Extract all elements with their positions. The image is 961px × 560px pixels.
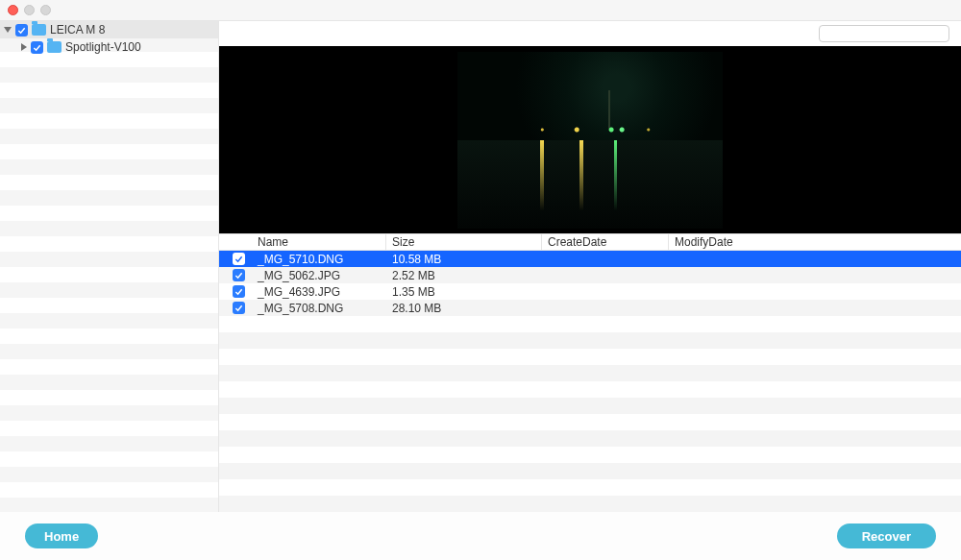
minimize-icon[interactable] [24, 5, 35, 15]
upper-pane: LEICA M 8 Spotlight-V100 [0, 21, 961, 512]
row-checkbox-cell [219, 269, 252, 281]
file-table: Name Size CreateDate ModifyDate _MG_5710… [219, 233, 961, 512]
row-name: _MG_4639.JPG [252, 285, 386, 299]
folder-icon [32, 24, 46, 36]
tree-item-label: Spotlight-V100 [65, 40, 141, 54]
table-row[interactable]: _MG_4639.JPG1.35 MB [219, 283, 961, 300]
checkbox[interactable] [233, 269, 245, 281]
row-name: _MG_5710.DNG [252, 253, 386, 266]
table-header: Name Size CreateDate ModifyDate [219, 233, 961, 251]
row-checkbox-cell [219, 302, 252, 314]
row-size: 28.10 MB [386, 302, 542, 315]
row-size: 1.35 MB [386, 285, 542, 299]
footer: Home Recover [0, 512, 961, 560]
row-checkbox-cell [219, 285, 252, 298]
checkbox[interactable] [233, 302, 245, 314]
tree-item-child[interactable]: Spotlight-V100 [0, 38, 218, 56]
tree-item-root[interactable]: LEICA M 8 [0, 21, 218, 38]
preview-image [457, 52, 723, 229]
row-name: _MG_5062.JPG [252, 269, 386, 282]
body: LEICA M 8 Spotlight-V100 [0, 21, 961, 560]
search-box[interactable] [819, 25, 949, 42]
close-icon[interactable] [8, 5, 18, 15]
toolbar [219, 21, 961, 46]
sidebar: LEICA M 8 Spotlight-V100 [0, 21, 219, 512]
row-checkbox-cell [219, 253, 252, 265]
recover-button[interactable]: Recover [837, 523, 936, 548]
checkbox[interactable] [233, 253, 245, 265]
row-size: 10.58 MB [386, 253, 542, 266]
col-size[interactable]: Size [386, 234, 542, 250]
checkbox[interactable] [233, 285, 245, 298]
checkbox[interactable] [15, 24, 28, 37]
col-name[interactable]: Name [252, 234, 386, 250]
col-create-date[interactable]: CreateDate [542, 234, 669, 250]
app-window: LEICA M 8 Spotlight-V100 [0, 0, 961, 560]
folder-icon [47, 41, 62, 53]
checkbox[interactable] [31, 41, 43, 54]
search-input[interactable] [827, 28, 960, 39]
table-row[interactable]: _MG_5708.DNG28.10 MB [219, 300, 961, 316]
table-row[interactable]: _MG_5062.JPG2.52 MB [219, 267, 961, 283]
chevron-down-icon[interactable] [4, 27, 12, 33]
home-button[interactable]: Home [25, 523, 98, 548]
col-modify-date[interactable]: ModifyDate [669, 235, 961, 249]
chevron-right-icon[interactable] [21, 43, 27, 51]
titlebar [0, 0, 961, 21]
row-name: _MG_5708.DNG [252, 302, 386, 315]
table-row[interactable]: _MG_5710.DNG10.58 MB [219, 251, 961, 267]
tree-item-label: LEICA M 8 [50, 23, 105, 37]
table-body: _MG_5710.DNG10.58 MB_MG_5062.JPG2.52 MB_… [219, 251, 961, 512]
row-size: 2.52 MB [386, 269, 542, 282]
main-pane: Name Size CreateDate ModifyDate _MG_5710… [219, 21, 961, 512]
preview-panel [219, 46, 961, 233]
maximize-icon[interactable] [40, 5, 51, 15]
